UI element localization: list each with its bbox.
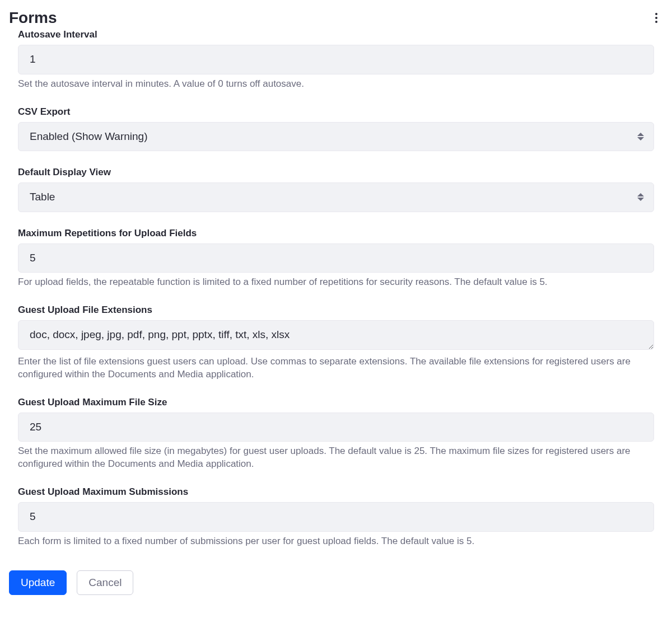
max-repetitions-help: For upload fields, the repeatable functi… (18, 276, 654, 289)
guest-extensions-textarea[interactable]: doc, docx, jpeg, jpg, pdf, png, ppt, ppt… (18, 320, 654, 350)
autosave-interval-input[interactable] (18, 45, 654, 74)
update-button[interactable]: Update (9, 570, 67, 595)
autosave-interval-help: Set the autosave interval in minutes. A … (18, 78, 654, 91)
default-display-view-select[interactable]: Table (18, 182, 654, 212)
guest-max-file-size-input[interactable] (18, 413, 654, 442)
max-repetitions-input[interactable] (18, 243, 654, 273)
max-repetitions-group: Maximum Repetitions for Upload Fields Fo… (18, 228, 654, 289)
csv-export-select[interactable]: Enabled (Show Warning) (18, 122, 654, 152)
more-options-icon[interactable] (650, 11, 663, 25)
guest-max-file-size-group: Guest Upload Maximum File Size Set the m… (18, 397, 654, 471)
max-repetitions-label: Maximum Repetitions for Upload Fields (18, 228, 654, 239)
guest-max-submissions-label: Guest Upload Maximum Submissions (18, 486, 654, 498)
page-title: Forms (9, 9, 57, 27)
default-display-view-group: Default Display View Table (18, 167, 654, 212)
button-row: Update Cancel (9, 570, 663, 595)
autosave-interval-group: Autosave Interval Set the autosave inter… (18, 29, 654, 91)
cancel-button[interactable]: Cancel (77, 570, 133, 595)
form-settings: Autosave Interval Set the autosave inter… (9, 29, 663, 548)
guest-max-submissions-input[interactable] (18, 502, 654, 532)
guest-extensions-group: Guest Upload File Extensions doc, docx, … (18, 305, 654, 381)
autosave-interval-label: Autosave Interval (18, 29, 654, 40)
guest-extensions-label: Guest Upload File Extensions (18, 305, 654, 316)
csv-export-group: CSV Export Enabled (Show Warning) (18, 106, 654, 152)
csv-export-label: CSV Export (18, 106, 654, 118)
guest-extensions-help: Enter the list of file extensions guest … (18, 355, 654, 381)
guest-max-file-size-help: Set the maximum allowed file size (in me… (18, 445, 654, 471)
guest-max-submissions-group: Guest Upload Maximum Submissions Each fo… (18, 486, 654, 548)
default-display-view-label: Default Display View (18, 167, 654, 178)
guest-max-file-size-label: Guest Upload Maximum File Size (18, 397, 654, 408)
guest-max-submissions-help: Each form is limited to a fixed number o… (18, 535, 654, 548)
